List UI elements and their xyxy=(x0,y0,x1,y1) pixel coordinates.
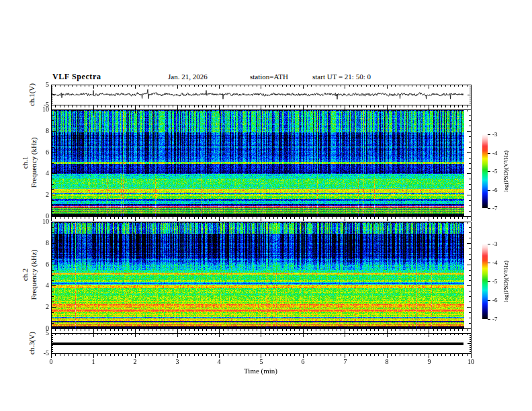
tick-label: -3 xyxy=(492,132,498,138)
tick-label: -5 xyxy=(492,279,498,285)
tick-label: 8 xyxy=(386,359,389,365)
tick-label: 7 xyxy=(344,359,347,365)
tick-label: -7 xyxy=(492,316,498,322)
tick-label: 0 xyxy=(50,359,53,365)
colorbar-ch2-gradient xyxy=(482,244,488,319)
tick-label: 9 xyxy=(428,359,431,365)
tick-label: 1 xyxy=(92,359,95,365)
tick-label: 5 xyxy=(260,359,263,365)
tick-label: 2 xyxy=(46,191,49,198)
tick-label: 6 xyxy=(46,261,49,268)
tick-label: -4 xyxy=(492,260,498,266)
tick-label: 8 xyxy=(46,128,49,134)
tick-label: 8 xyxy=(46,240,49,246)
tick-label: -5 xyxy=(44,350,49,357)
tick-label: 5 xyxy=(46,330,49,336)
tick-label: 3 xyxy=(176,359,179,365)
tick-label: -5 xyxy=(44,101,49,108)
tick-label: 5 xyxy=(46,81,49,88)
tick-label: 4 xyxy=(218,359,221,365)
tick-label: 2 xyxy=(134,359,137,365)
colorbar-ch2-title: log(PSD)(V²/Hz) xyxy=(502,261,509,302)
colorbar-ch1-gradient xyxy=(482,134,488,208)
tick-label: -7 xyxy=(492,205,498,212)
axes-overlay-canvas xyxy=(0,0,532,411)
colorbar-ch1-title: log(PSD)(V²/Hz) xyxy=(502,150,509,192)
tick-label: 6 xyxy=(302,359,305,365)
vlf-spectra-figure: VLF Spectra Jan. 21, 2026 station=ATH st… xyxy=(0,0,532,411)
tick-label: 6 xyxy=(46,149,49,156)
tick-label: -3 xyxy=(492,241,498,247)
tick-label: -4 xyxy=(492,150,498,156)
tick-label: 2 xyxy=(46,304,49,310)
tick-label: -6 xyxy=(492,187,498,193)
tick-label: 10 xyxy=(468,359,474,365)
tick-label: -5 xyxy=(492,169,498,175)
tick-label: 4 xyxy=(46,282,49,289)
tick-label: 10 xyxy=(42,218,49,225)
time-axis-label: Time (min) xyxy=(244,367,277,375)
tick-label: -6 xyxy=(492,298,498,304)
tick-label: 4 xyxy=(46,170,49,177)
